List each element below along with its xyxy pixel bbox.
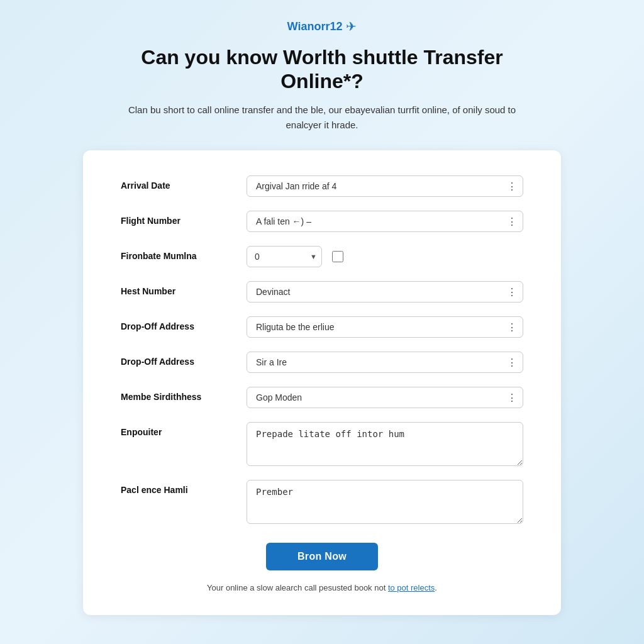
hest-number-label: Hest Number bbox=[121, 281, 234, 296]
pacl-ence-hamli-textarea[interactable]: Prember bbox=[247, 480, 523, 524]
flight-number-row: Flight Number A fali ten ←) – bbox=[121, 211, 523, 232]
footer-note: Your online a slow alearch call pesusted… bbox=[121, 583, 523, 592]
page-subtitle: Clan bu short to call online transfer an… bbox=[127, 103, 517, 133]
footer-end: . bbox=[435, 583, 437, 592]
drop-off-address-1-row: Drop-Off A­ddress Rliguta be the erliue bbox=[121, 316, 523, 338]
drop-off-address-1-select-wrapper[interactable]: Rliguta be the erliue bbox=[247, 316, 523, 338]
enpouiter-label: Enpouiter bbox=[121, 422, 234, 437]
flight-number-select[interactable]: A fali ten ←) – bbox=[247, 211, 523, 232]
arrival-date-label: Arrival Date bbox=[121, 175, 234, 191]
drop-off-address-1-label: Drop-Off A­ddress bbox=[121, 316, 234, 331]
flight-number-label: Flight Number bbox=[121, 211, 234, 226]
form-card: Arrival Date Argival Jan rride af 4 Flig… bbox=[83, 150, 561, 615]
logo-text: Wianorr12 bbox=[287, 20, 343, 33]
drop-off-address-2-row: Drop-Off Address Sir a Ire bbox=[121, 352, 523, 373]
membe-sirdithhess-select[interactable]: Gop Moden bbox=[247, 387, 523, 408]
membe-sirdithhess-row: Membe Sirdithhess Gop Moden bbox=[121, 387, 523, 408]
page-title: Can you know Worlth shuttle Transfer Onl… bbox=[102, 45, 542, 94]
arrival-date-select-wrapper[interactable]: Argival Jan rride af 4 bbox=[247, 175, 523, 197]
flight-number-select-wrapper[interactable]: A fali ten ←) – bbox=[247, 211, 523, 232]
fironbate-mumlna-controls: 0 1 2 3 bbox=[247, 246, 523, 267]
fironbate-mumlna-checkbox[interactable] bbox=[332, 251, 343, 262]
drop-off-address-2-label: Drop-Off Address bbox=[121, 352, 234, 367]
enpouiter-row: Enpouiter Prepade litate off intor hum bbox=[121, 422, 523, 466]
hest-number-select-wrapper[interactable]: Devinact bbox=[247, 281, 523, 303]
footer-text: Your online a slow alearch call pesusted… bbox=[207, 583, 388, 592]
logo-area: Wianorr12 ✈ bbox=[287, 19, 357, 34]
submit-row: Bron Now bbox=[121, 543, 523, 570]
hest-number-row: Hest Number Devinact bbox=[121, 281, 523, 303]
fironbate-mumlna-row: Fironbate Mumlna 0 1 2 3 bbox=[121, 246, 523, 267]
drop-off-address-2-select-wrapper[interactable]: Sir a Ire bbox=[247, 352, 523, 373]
arrival-date-row: Arrival Date Argival Jan rride af 4 bbox=[121, 175, 523, 197]
hest-number-select[interactable]: Devinact bbox=[247, 281, 523, 303]
drop-off-address-2-select[interactable]: Sir a Ire bbox=[247, 352, 523, 373]
fironbate-mumlna-select-wrapper[interactable]: 0 1 2 3 bbox=[247, 246, 322, 267]
pacl-ence-hamli-row: Pacl ence Hamli Prember bbox=[121, 480, 523, 524]
plane-icon: ✈ bbox=[346, 19, 357, 34]
membe-sirdithhess-select-wrapper[interactable]: Gop Moden bbox=[247, 387, 523, 408]
submit-button[interactable]: Bron Now bbox=[266, 543, 378, 570]
fironbate-mumlna-label: Fironbate Mumlna bbox=[121, 246, 234, 261]
pacl-ence-hamli-label: Pacl ence Hamli bbox=[121, 480, 234, 495]
drop-off-address-1-select[interactable]: Rliguta be the erliue bbox=[247, 316, 523, 338]
footer-link[interactable]: to pot relects bbox=[388, 583, 435, 592]
enpouiter-textarea[interactable]: Prepade litate off intor hum bbox=[247, 422, 523, 466]
fironbate-mumlna-select[interactable]: 0 1 2 3 bbox=[247, 246, 322, 267]
arrival-date-select[interactable]: Argival Jan rride af 4 bbox=[247, 175, 523, 197]
membe-sirdithhess-label: Membe Sirdithhess bbox=[121, 387, 234, 402]
